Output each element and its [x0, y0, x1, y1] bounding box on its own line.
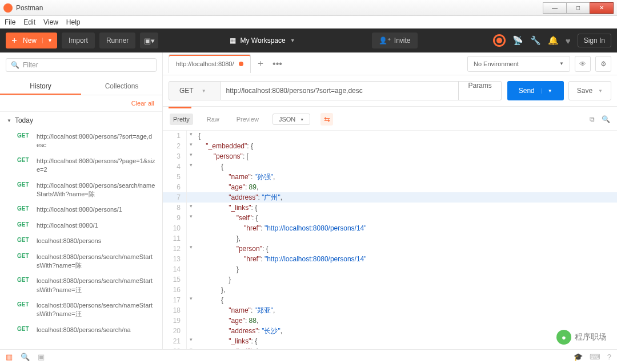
environment-quicklook-button[interactable]: 👁: [575, 56, 591, 72]
url-input[interactable]: [221, 81, 459, 100]
code-line[interactable]: 20 "address": "长沙",: [163, 326, 617, 336]
menu-help[interactable]: Help: [66, 18, 81, 26]
chevron-down-icon[interactable]: ▼: [598, 88, 603, 94]
clear-all-link[interactable]: Clear all: [0, 95, 162, 112]
code-line[interactable]: 7 "address": "广州",: [163, 192, 617, 203]
window-minimize[interactable]: ―: [543, 2, 567, 14]
request-tab-active[interactable]: http://localhost:8080/: [169, 54, 251, 73]
import-button[interactable]: Import: [62, 33, 95, 48]
history-item[interactable]: GETlocalhost:8080/persons/search/nameSta…: [0, 249, 162, 274]
history-item[interactable]: GETlocalhost:8080/persons: [0, 233, 162, 249]
settings-gear-icon[interactable]: ⚙: [595, 56, 611, 72]
more-tabs-button[interactable]: •••: [270, 56, 285, 71]
fold-icon[interactable]: [187, 192, 195, 203]
sync-off-icon[interactable]: [493, 34, 506, 47]
signin-button[interactable]: Sign In: [578, 34, 611, 47]
fold-icon[interactable]: [187, 172, 195, 182]
console-icon[interactable]: ▣: [38, 353, 45, 361]
resp-tab-pretty[interactable]: Pretty: [170, 114, 193, 125]
menu-file[interactable]: File: [5, 18, 15, 26]
search-response-icon[interactable]: 🔍: [602, 115, 610, 123]
invite-button[interactable]: 👤⁺ Invite: [372, 33, 418, 48]
history-group-today[interactable]: ▼ Today: [0, 112, 162, 129]
history-item[interactable]: GETlocalhost:8080/persons/search/na: [0, 322, 162, 338]
menu-view[interactable]: View: [43, 18, 58, 26]
satellite-icon[interactable]: 📡: [512, 35, 523, 46]
fold-icon[interactable]: ▾: [187, 203, 195, 213]
code-line[interactable]: 5 "name": "孙强",: [163, 172, 617, 182]
code-line[interactable]: 4▾ {: [163, 161, 617, 172]
history-item[interactable]: GETlocalhost:8080/persons/search/nameSta…: [0, 298, 162, 322]
window-close[interactable]: ✕: [590, 2, 614, 14]
fold-icon[interactable]: [187, 182, 195, 192]
runner-button[interactable]: Runner: [99, 33, 135, 48]
fold-icon[interactable]: [187, 223, 195, 233]
code-line[interactable]: 17▾ {: [163, 295, 617, 305]
copy-icon[interactable]: ⧉: [590, 115, 595, 123]
keyboard-icon[interactable]: ⌨: [590, 353, 600, 361]
wrench-icon[interactable]: 🔧: [530, 35, 541, 46]
wrap-lines-icon[interactable]: ⇆: [320, 113, 333, 126]
resp-tab-raw[interactable]: Raw: [203, 114, 223, 125]
code-line[interactable]: 3▾ "persons": [: [163, 151, 617, 161]
filter-input[interactable]: 🔍 Filter: [6, 58, 157, 72]
tab-history[interactable]: History: [0, 78, 81, 95]
fold-icon[interactable]: ▾: [187, 346, 195, 349]
new-button[interactable]: ＋ New ▼: [6, 33, 57, 48]
chevron-down-icon[interactable]: ▼: [542, 88, 552, 94]
format-select[interactable]: JSON ▼: [273, 114, 310, 125]
new-window-button[interactable]: ▣▾: [140, 33, 158, 48]
history-item[interactable]: GEThttp://localhost:8080/persons/1: [0, 202, 162, 217]
fold-icon[interactable]: ▾: [187, 141, 195, 151]
params-button[interactable]: Params: [459, 81, 501, 100]
fold-icon[interactable]: ▾: [187, 151, 195, 161]
find-icon[interactable]: 🔍: [21, 353, 30, 361]
fold-icon[interactable]: ▾: [187, 336, 195, 346]
code-line[interactable]: 12▾ "person": {: [163, 244, 617, 254]
fold-icon[interactable]: [187, 285, 195, 295]
code-line[interactable]: 9▾ "self": {: [163, 213, 617, 223]
help-icon[interactable]: ?: [607, 353, 611, 361]
code-line[interactable]: 13 "href": "http://localhost:8080/person…: [163, 254, 617, 264]
fold-icon[interactable]: ▾: [187, 295, 195, 305]
tab-collections[interactable]: Collections: [81, 78, 162, 95]
window-maximize[interactable]: □: [566, 2, 590, 14]
fold-icon[interactable]: [187, 274, 195, 285]
code-line[interactable]: 18 "name": "郑亚",: [163, 305, 617, 316]
code-line[interactable]: 21▾ "_links": {: [163, 336, 617, 346]
code-line[interactable]: 6 "age": 89,: [163, 182, 617, 192]
send-button[interactable]: Send ▼: [507, 81, 564, 100]
fold-icon[interactable]: [187, 326, 195, 336]
history-item[interactable]: GEThttp://localhost:8080/persons/search/…: [0, 178, 162, 203]
fold-icon[interactable]: ▾: [187, 161, 195, 172]
method-select[interactable]: GET ▼: [169, 81, 221, 100]
fold-icon[interactable]: ▾: [187, 131, 195, 141]
fold-icon[interactable]: [187, 305, 195, 316]
menu-edit[interactable]: Edit: [23, 18, 35, 26]
bell-icon[interactable]: 🔔: [548, 35, 559, 46]
add-tab-button[interactable]: ＋: [253, 56, 268, 71]
code-line[interactable]: 16 },: [163, 285, 617, 295]
fold-icon[interactable]: [187, 316, 195, 326]
code-line[interactable]: 19 "age": 88,: [163, 316, 617, 326]
fold-icon[interactable]: ▾: [187, 213, 195, 223]
code-line[interactable]: 2▾ "_embedded": {: [163, 141, 617, 151]
workspace-selector[interactable]: ▦ My Workspace ▼: [230, 37, 295, 45]
history-item[interactable]: GEThttp://localhost:8080/persons/?sort=a…: [0, 129, 162, 153]
bootcamp-icon[interactable]: 🎓: [574, 353, 583, 361]
save-button[interactable]: Save ▼: [568, 81, 611, 100]
fold-icon[interactable]: [187, 233, 195, 244]
code-line[interactable]: 14 }: [163, 264, 617, 274]
code-line[interactable]: 11 },: [163, 233, 617, 244]
sidebar-toggle-icon[interactable]: ▥: [6, 353, 13, 361]
history-item[interactable]: GEThttp://localhost:8080/1: [0, 218, 162, 233]
resp-tab-preview[interactable]: Preview: [233, 114, 262, 125]
code-line[interactable]: 22▾ "self": {: [163, 346, 617, 349]
history-item[interactable]: GEThttp://localhost:8080/persons/?page=1…: [0, 153, 162, 178]
new-caret-icon[interactable]: ▼: [42, 38, 57, 43]
response-body[interactable]: 1▾{2▾ "_embedded": {3▾ "persons": [4▾ {5…: [163, 131, 617, 349]
code-line[interactable]: 10 "href": "http://localhost:8080/person…: [163, 223, 617, 233]
fold-icon[interactable]: ▾: [187, 244, 195, 254]
fold-icon[interactable]: [187, 264, 195, 274]
history-item[interactable]: GETlocalhost:8080/persons/search/nameSta…: [0, 273, 162, 298]
